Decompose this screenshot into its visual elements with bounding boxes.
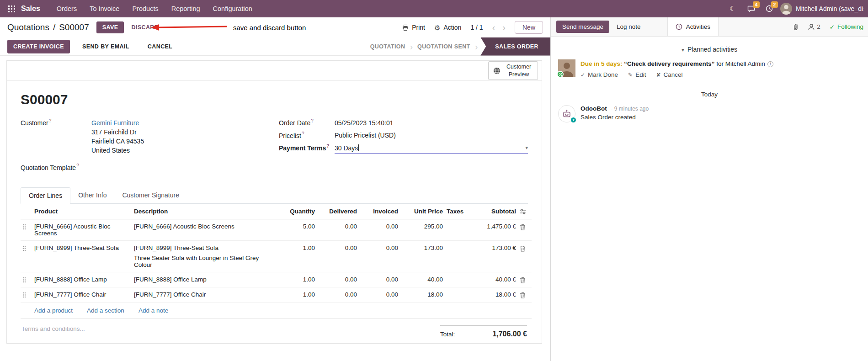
cell-quantity[interactable]: 5.00 [278,219,317,241]
quotation-template-label[interactable]: Quotation Template? [21,163,79,171]
form-sheet: Customer Preview S00007 Customer? Gemini… [6,60,542,344]
send-message-button[interactable]: Send message [556,21,609,33]
cell-delivered[interactable]: 0.00 [317,241,359,272]
cell-unit-price[interactable]: 18.00 [400,287,445,303]
cell-delivered[interactable]: 0.00 [317,219,359,241]
activities-tab[interactable]: Activities [667,17,719,36]
activities-systray-button[interactable]: 2 [762,0,777,17]
drag-handle[interactable] [21,287,32,303]
cell-unit-price[interactable]: 295.00 [400,219,445,241]
app-name[interactable]: Sales [21,5,40,13]
followers-button[interactable]: 2 [808,23,820,30]
order-lines-table: Product Description Quantity Delivered I… [21,204,532,319]
cell-unit-price[interactable]: 40.00 [400,272,445,287]
print-button[interactable]: Print [402,24,425,31]
following-button[interactable]: ✓ Following [830,23,863,31]
breadcrumb-quotations[interactable]: Quotations [7,22,49,32]
pager-previous-icon[interactable]: ‹ [492,23,495,32]
new-button[interactable]: New [515,21,543,34]
step-quotation-sent[interactable]: QUOTATION SENT [413,37,475,56]
mark-done-button[interactable]: ✓Mark Done [580,71,618,78]
cell-invoiced[interactable]: 0.00 [359,241,400,272]
menu-configuration[interactable]: Configuration [207,0,259,17]
cell-product[interactable]: [FURN_6666] Acoustic Bloc Screens [32,219,132,241]
drag-handle[interactable] [21,219,32,241]
terms-placeholder[interactable]: Terms and conditions... [21,325,85,332]
cell-taxes[interactable] [445,287,472,303]
dropdown-caret-icon[interactable]: ▾ [525,145,528,150]
cell-taxes[interactable] [445,241,472,272]
add-product-link[interactable]: Add a product [34,307,73,314]
cell-description[interactable]: [FURN_6666] Acoustic Bloc Screens [132,219,278,241]
drag-handle[interactable] [21,241,32,272]
action-button[interactable]: ⚙ Action [434,24,461,31]
add-note-link[interactable]: Add a note [138,307,168,314]
menu-to-invoice[interactable]: To Invoice [83,0,126,17]
cell-subtotal: 1,475.00 € [472,219,518,241]
drag-handle[interactable] [21,272,32,287]
optional-columns-button[interactable] [518,204,532,219]
cancel-button[interactable]: CANCEL [142,40,178,53]
customer-link[interactable]: Gemini Furniture [91,119,139,127]
order-line-row[interactable]: [FURN_7777] Office Chair [FURN_7777] Off… [21,287,532,303]
sheet-header-strip: Customer Preview [7,61,542,81]
cell-quantity[interactable]: 1.00 [278,241,317,272]
cell-invoiced[interactable]: 0.00 [359,219,400,241]
cell-quantity[interactable]: 1.00 [278,272,317,287]
menu-reporting[interactable]: Reporting [165,0,207,17]
log-note-button[interactable]: Log note [609,17,648,36]
planned-activities-header[interactable]: ▾Planned activities [551,37,868,58]
attach-files-button[interactable] [793,23,799,31]
cell-invoiced[interactable]: 0.00 [359,287,400,303]
cell-product[interactable]: [FURN_8999] Three-Seat Sofa [32,241,132,272]
order-line-row[interactable]: [FURN_8888] Office Lamp [FURN_8888] Offi… [21,272,532,287]
edit-activity-button[interactable]: ✎Edit [628,71,646,78]
message-author[interactable]: OdooBot [580,105,607,112]
order-date-value[interactable]: 05/25/2023 15:40:01 [335,119,393,127]
cell-quantity[interactable]: 1.00 [278,287,317,303]
user-menu[interactable]: Mitchell Admin (save_discar [780,3,863,15]
trash-icon [520,224,526,230]
delete-line-button[interactable] [518,272,532,287]
activity-avatar[interactable] [558,59,575,77]
cell-taxes[interactable] [445,219,472,241]
pricelist-value[interactable]: Public Pricelist (USD) [335,132,396,139]
step-quotation[interactable]: QUOTATION [366,37,410,56]
cell-unit-price[interactable]: 173.00 [400,241,445,272]
create-invoice-button[interactable]: CREATE INVOICE [7,40,70,53]
send-by-email-button[interactable]: SEND BY EMAIL [76,40,135,53]
order-line-row[interactable]: [FURN_8999] Three-Seat Sofa [FURN_8999] … [21,241,532,272]
add-section-link[interactable]: Add a section [87,307,124,314]
chatter-toolbar: Send message Log note Activities 2 ✓ Fol… [551,17,868,37]
tab-customer-signature[interactable]: Customer Signature [114,187,187,203]
cell-product[interactable]: [FURN_7777] Office Chair [32,287,132,303]
menu-orders[interactable]: Orders [50,0,83,17]
tab-other-info[interactable]: Other Info [70,187,114,203]
messages-button[interactable]: 4 [744,0,758,17]
payment-terms-input[interactable]: 30 Days ▾ [335,144,528,154]
save-button[interactable]: SAVE [96,21,124,33]
address-line: United States [91,147,144,154]
paperclip-icon [793,23,799,31]
delete-line-button[interactable] [518,241,532,272]
help-marker: ? [311,118,314,123]
cell-delivered[interactable]: 0.00 [317,287,359,303]
delete-line-button[interactable] [518,219,532,241]
apps-menu-button[interactable] [4,0,19,17]
order-line-row[interactable]: [FURN_6666] Acoustic Bloc Screens [FURN_… [21,219,532,241]
cell-invoiced[interactable]: 0.00 [359,272,400,287]
delete-line-button[interactable] [518,287,532,303]
cell-description[interactable]: [FURN_8999] Three-Seat SofaThree Seater … [132,241,278,272]
cell-description[interactable]: [FURN_8888] Office Lamp [132,272,278,287]
pager-next-icon[interactable]: › [502,23,506,32]
cell-product[interactable]: [FURN_8888] Office Lamp [32,272,132,287]
menu-products[interactable]: Products [126,0,165,17]
cell-taxes[interactable] [445,272,472,287]
dark-mode-toggle[interactable]: ☾ [725,0,740,17]
cancel-activity-button[interactable]: ✘Cancel [656,71,682,78]
cell-description[interactable]: [FURN_7777] Office Chair [132,287,278,303]
cell-delivered[interactable]: 0.00 [317,272,359,287]
step-sales-order-active[interactable]: SALES ORDER [480,37,550,56]
customer-preview-button[interactable]: Customer Preview [488,61,538,80]
tab-order-lines[interactable]: Order Lines [21,187,70,204]
